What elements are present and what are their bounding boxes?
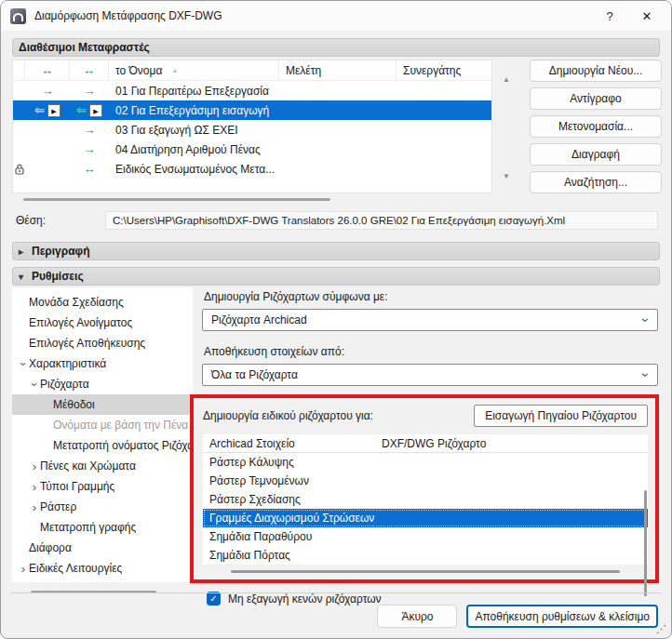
mapping-row[interactable]: Σημάδια Πόρτας — [203, 546, 648, 565]
translator-row[interactable]: 01 Για Περαιτέρω Επεξεργασία — [13, 81, 491, 100]
create-layers-label: Δημιουργία Ριζόχαρτων σύμφωνα με: — [204, 290, 658, 303]
dialog-body: Διαθέσιμοι Μεταφραστές το Όνομα — [1, 31, 671, 606]
chevron-down-icon[interactable] — [29, 378, 40, 392]
partner-column-header[interactable]: Συνεργάτης — [396, 60, 491, 80]
tree-item-label: Μετατροπή γραφής — [40, 521, 136, 534]
tree-item-miscellaneous[interactable]: Διάφορα — [12, 538, 193, 558]
name-column-label: το Όνομα — [115, 64, 162, 77]
open-direction-column-header[interactable] — [25, 60, 70, 80]
translators-list[interactable]: το Όνομα Μελέτη Συνεργάτης — [12, 60, 492, 193]
chevron-right-icon[interactable] — [29, 480, 40, 494]
chevron-right-icon[interactable] — [18, 562, 29, 576]
tree-item-pens-colors[interactable]: Πένες και Χρώματα — [12, 456, 193, 476]
description-section-bar[interactable]: Περιγραφή — [12, 242, 660, 260]
skip-empty-layers-label: Μη εξαγωγή κενών ριζόχαρτων — [228, 592, 382, 606]
tree-item-layers[interactable]: Ριζόχαρτα — [12, 374, 193, 394]
lock-cell — [13, 140, 25, 159]
tree-item-font-conversion[interactable]: Μετατροπή γραφής — [12, 517, 193, 538]
translator-row[interactable]: Ειδικός Ενσωματωμένος Μετα... — [13, 159, 491, 179]
location-path-field[interactable]: C:\Users\HP\Graphisoft\DXF-DWG Translato… — [105, 211, 658, 230]
translator-partner — [396, 100, 491, 120]
chevron-down-icon[interactable] — [18, 357, 29, 371]
mapping-row[interactable]: Ράστερ Τεμνομένων — [203, 472, 648, 490]
import-source-layer-button[interactable]: Εισαγωγή Πηγαίου Ριζόχαρτου — [474, 405, 648, 427]
tree-item-pen-based-names[interactable]: Ονόματα με βάση την Πένα — [12, 415, 193, 435]
translator-row-selected[interactable]: 02 Για Επεξεργάσιμη εισαγωγή — [13, 100, 491, 120]
create-layers-select[interactable]: Ριζόχαρτα Archicad — [202, 309, 658, 331]
mapping-row-selected[interactable]: Γραμμές Διαχωρισμού Στρώσεων — [203, 509, 648, 527]
tree-item-attributes[interactable]: Χαρακτηριστικά — [12, 353, 193, 374]
mapping-vertical-scrollbar[interactable] — [644, 490, 647, 596]
mapping-row[interactable]: Σημάδια Παραθύρου — [203, 527, 648, 546]
tree-item-label: Διάφορα — [29, 541, 72, 554]
cancel-button[interactable]: Άκυρο — [377, 605, 457, 628]
tree-item-custom-functions[interactable]: Ειδικές Λειτουργίες — [12, 558, 193, 579]
save-elements-select[interactable]: Όλα τα Ριζόχαρτα — [202, 364, 658, 386]
mapping-horizontal-scrollbar[interactable] — [231, 570, 620, 573]
translators-list-header[interactable]: το Όνομα Μελέτη Συνεργάτης — [13, 60, 491, 81]
close-button[interactable]: ✕ — [628, 2, 665, 30]
scroll-down-icon[interactable] — [503, 172, 510, 180]
settings-section-label: Ρυθμίσεις — [32, 270, 84, 283]
open-direction-dropdown-button[interactable] — [47, 104, 60, 117]
translator-study — [279, 100, 396, 120]
name-column-header[interactable]: το Όνομα — [109, 60, 279, 80]
location-label: Θέση: — [10, 214, 105, 227]
translator-name: 03 Για εξαγωγή ΩΣ ΕΧΕΙ — [109, 120, 279, 140]
translators-area: το Όνομα Μελέτη Συνεργάτης — [10, 60, 662, 193]
tree-item-fills[interactable]: Ράστερ — [12, 497, 193, 517]
location-row: Θέση: C:\Users\HP\Graphisoft\DXF-DWG Tra… — [10, 211, 662, 230]
tree-item-methods[interactable]: Μέθοδοι — [12, 394, 193, 415]
mapping-header: Archicad Στοιχείο DXF/DWG Ριζόχαρτο — [203, 434, 648, 453]
tree-item-save-options[interactable]: Επιλογές Αποθήκευσης — [12, 333, 193, 353]
translators-horizontal-scrollbar[interactable] — [23, 198, 330, 201]
lock-cell — [13, 120, 25, 140]
save-elements-value: Όλα τα Ριζόχαρτα — [211, 368, 298, 381]
study-column-label: Μελέτη — [286, 64, 321, 77]
custom-layer-header: Δημιουργία ειδικού ριζόχαρτου για: Εισαγ… — [203, 405, 648, 427]
mapping-item-name: Σημάδια Πόρτας — [203, 549, 380, 562]
create-new-button[interactable]: Δημιουργία Νέου... — [530, 60, 662, 82]
chevron-right-icon[interactable] — [29, 500, 40, 514]
tree-item-open-options[interactable]: Επιλογές Ανοίγματος — [12, 313, 193, 333]
mapping-row[interactable]: Ράστερ Κάλυψης — [203, 453, 648, 472]
description-section-label: Περιγραφή — [32, 245, 90, 258]
partner-column-label: Συνεργάτης — [403, 64, 461, 77]
delete-button[interactable]: Διαγραφή — [530, 143, 662, 166]
tree-item-label: Ράστερ — [40, 500, 76, 513]
footer-divider — [10, 592, 662, 593]
translators-scrollbar[interactable] — [492, 60, 520, 193]
layer-mapping-list[interactable]: Archicad Στοιχείο DXF/DWG Ριζόχαρτο Ράστ… — [203, 434, 648, 565]
rename-button[interactable]: Μετονομασία... — [530, 115, 662, 138]
chevron-right-icon[interactable] — [29, 459, 40, 473]
help-button[interactable]: ? — [591, 2, 628, 30]
settings-tree[interactable]: Μονάδα Σχεδίασης Επιλογές Ανοίγματος Επι… — [12, 287, 193, 582]
tree-item-line-types[interactable]: Τύποι Γραμμής — [12, 476, 193, 497]
tree-item-drawing-unit[interactable]: Μονάδα Σχεδίασης — [12, 292, 193, 313]
settings-section-bar[interactable]: Ρυθμίσεις — [12, 267, 660, 286]
save-direction-cell — [70, 100, 109, 120]
translator-row[interactable]: 04 Διατήρηση Αριθμού Πένας — [13, 140, 491, 159]
save-direction-cell — [70, 140, 109, 159]
duplicate-button[interactable]: Αντίγραφο — [530, 87, 662, 110]
study-column-header[interactable]: Μελέτη — [279, 60, 396, 80]
dxf-dwg-layer-column-header: DXF/DWG Ριζόχαρτο — [380, 437, 648, 450]
save-and-close-button[interactable]: Αποθήκευση ρυθμίσεων & κλείσιμο — [466, 605, 658, 628]
tree-item-layer-name-conversion[interactable]: Μετατροπή ονόματος Ριζόχαρ — [12, 435, 193, 456]
save-direction-dropdown-button[interactable] — [89, 104, 102, 117]
scroll-up-icon[interactable] — [503, 75, 510, 84]
resize-grip-icon[interactable] — [656, 624, 666, 634]
window-title: Διαμόρφωση Μετάφρασης DXF-DWG — [34, 9, 591, 22]
tree-item-label: Επιλογές Ανοίγματος — [29, 316, 132, 329]
translator-name: 02 Για Επεξεργάσιμη εισαγωγή — [109, 100, 279, 120]
arrow-right-icon — [42, 84, 54, 98]
skip-empty-layers-checkbox[interactable] — [207, 592, 221, 606]
translator-study — [279, 81, 396, 100]
save-direction-column-header[interactable] — [70, 60, 109, 80]
available-translators-title: Διαθέσιμοι Μεταφραστές — [19, 41, 150, 54]
mapping-row[interactable]: Ράστερ Σχεδίασης — [203, 490, 648, 509]
translator-row[interactable]: 03 Για εξαγωγή ΩΣ ΕΧΕΙ — [13, 120, 491, 140]
browse-button[interactable]: Αναζήτηση... — [530, 171, 662, 193]
play-icon — [93, 104, 98, 117]
translator-partner — [396, 140, 491, 159]
